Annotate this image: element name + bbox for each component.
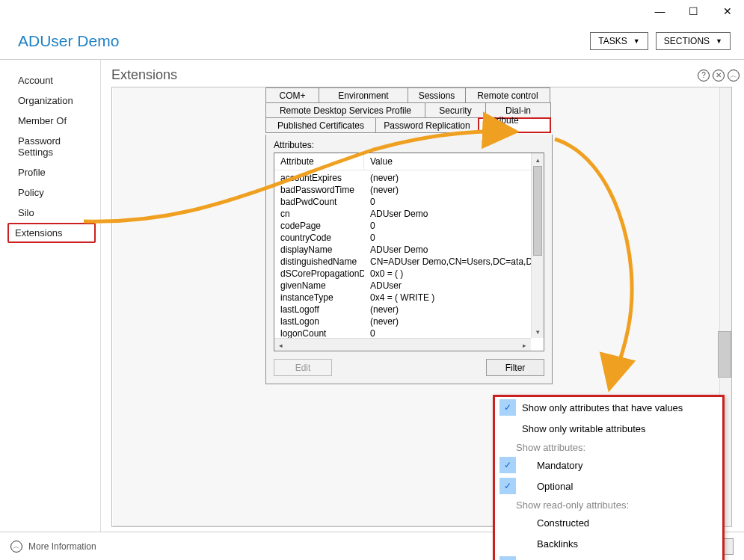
attributes-label: Attributes: <box>274 140 544 150</box>
attribute-name: badPasswordTime <box>274 184 364 196</box>
check-icon: ✓ <box>501 458 514 472</box>
help-icon[interactable]: ? <box>698 70 710 81</box>
attribute-value: 0 <box>364 232 531 244</box>
tab-sessions[interactable]: Sessions <box>408 87 466 103</box>
filter-menu[interactable]: ✓ Show only attributes that have values … <box>493 395 725 560</box>
page-title: ADUser Demo <box>18 32 119 50</box>
filter-section-title: Show read-only attributes: <box>495 496 722 512</box>
col-header-attribute[interactable]: Attribute <box>274 153 364 170</box>
tab-attribute-editor[interactable]: Attribute Editor <box>478 117 551 133</box>
tasks-button-label: TASKS <box>598 36 627 46</box>
col-header-value[interactable]: Value <box>364 153 544 170</box>
attribute-name: distinguishedName <box>274 256 364 268</box>
attribute-row[interactable]: givenNameADUser <box>274 280 531 292</box>
attribute-name: displayName <box>274 244 364 256</box>
sidebar-item-organization[interactable]: Organization <box>0 90 100 111</box>
scroll-right-icon[interactable]: ▸ <box>518 339 531 351</box>
sidebar-item-profile[interactable]: Profile <box>0 162 100 182</box>
attribute-name: dSCorePropagationD... <box>274 268 364 280</box>
attribute-value: ADUser Demo <box>364 244 531 256</box>
check-icon: ✓ <box>501 479 514 493</box>
scrollbar-thumb[interactable] <box>533 166 542 256</box>
filter-menu-item[interactable]: Show only writable attributes <box>522 423 645 434</box>
window-close-button[interactable]: ✕ <box>710 0 744 22</box>
attribute-row[interactable]: codePage0 <box>274 220 531 232</box>
tab-remote-control[interactable]: Remote control <box>465 87 550 103</box>
filter-menu-item[interactable]: Mandatory <box>522 460 582 471</box>
attribute-row[interactable]: badPwdCount0 <box>274 196 531 208</box>
check-icon <box>501 537 514 550</box>
tab-rds-profile[interactable]: Remote Desktop Services Profile <box>265 102 425 118</box>
sidebar-item-password-settings[interactable]: Password Settings <box>0 131 100 162</box>
sidebar-item-policy[interactable]: Policy <box>0 182 100 203</box>
sidebar-item-account[interactable]: Account <box>0 70 100 90</box>
attribute-row[interactable]: displayNameADUser Demo <box>274 244 531 256</box>
attribute-value: (never) <box>364 316 531 327</box>
attribute-row[interactable]: countryCode0 <box>274 232 531 244</box>
attribute-name: givenName <box>274 280 364 292</box>
sections-button[interactable]: SECTIONS ▼ <box>656 32 731 50</box>
attribute-name: logonCount <box>274 327 364 338</box>
attribute-row[interactable]: accountExpires(never) <box>274 172 531 184</box>
attribute-value: 0 <box>364 196 531 208</box>
attribute-row[interactable]: distinguishedNameCN=ADUser Demo,CN=Users… <box>274 256 531 268</box>
attribute-value: (never) <box>364 184 531 196</box>
attribute-name: codePage <box>274 220 364 232</box>
attribute-row[interactable]: dSCorePropagationD...0x0 = ( ) <box>274 268 531 280</box>
tab-password-replication[interactable]: Password Replication <box>375 117 479 133</box>
attribute-row[interactable]: badPasswordTime(never) <box>274 184 531 196</box>
attribute-name: cn <box>274 208 364 220</box>
list-vertical-scrollbar[interactable]: ▴ ▾ <box>531 153 544 338</box>
section-heading: Extensions <box>111 67 177 83</box>
list-horizontal-scrollbar[interactable]: ◂ ▸ <box>274 338 531 351</box>
attribute-value: 0x4 = ( WRITE ) <box>364 292 531 304</box>
attribute-value: 0x0 = ( ) <box>364 268 531 280</box>
attribute-value: (never) <box>364 172 531 184</box>
sidebar: Account Organization Member Of Password … <box>0 60 101 532</box>
window-maximize-button[interactable]: ☐ <box>677 0 710 22</box>
sections-button-label: SECTIONS <box>664 36 710 46</box>
window-minimize-button[interactable]: — <box>643 0 677 22</box>
attribute-row[interactable]: lastLogoff(never) <box>274 304 531 316</box>
attribute-value: (never) <box>364 304 531 316</box>
attribute-value: 0 <box>364 327 531 338</box>
scroll-left-icon[interactable]: ◂ <box>274 339 287 351</box>
attribute-name: lastLogon <box>274 316 364 327</box>
check-icon <box>501 516 514 529</box>
expand-icon[interactable]: ︿ <box>10 541 22 553</box>
scroll-down-icon[interactable]: ▾ <box>532 325 544 338</box>
tab-published-certs[interactable]: Published Certificates <box>265 117 376 133</box>
tab-complus[interactable]: COM+ <box>265 87 319 103</box>
attribute-row[interactable]: lastLogon(never) <box>274 316 531 327</box>
attributes-list[interactable]: Attribute Value accountExpires(never)bad… <box>274 153 544 351</box>
attribute-row[interactable]: logonCount0 <box>274 327 531 338</box>
filter-menu-item[interactable]: Show only attributes that have values <box>522 402 683 413</box>
tab-environment[interactable]: Environment <box>319 87 408 103</box>
attribute-name: instanceType <box>274 292 364 304</box>
close-section-icon[interactable]: ✕ <box>713 70 725 81</box>
edit-button: Edit <box>274 359 332 376</box>
dropdown-icon: ▼ <box>633 37 640 45</box>
filter-menu-item[interactable]: Optional <box>522 481 573 492</box>
sidebar-item-member-of[interactable]: Member Of <box>0 111 100 131</box>
filter-button[interactable]: Filter <box>486 359 544 376</box>
attribute-value: 0 <box>364 220 531 232</box>
tab-security[interactable]: Security <box>425 102 486 118</box>
scroll-up-icon[interactable]: ▴ <box>532 153 544 166</box>
attribute-row[interactable]: cnADUser Demo <box>274 208 531 220</box>
check-icon: ✓ <box>501 401 514 414</box>
tasks-button[interactable]: TASKS ▼ <box>590 32 648 50</box>
attribute-value: ADUser <box>364 280 531 292</box>
attribute-name: badPwdCount <box>274 196 364 208</box>
filter-menu-item[interactable]: Backlinks <box>522 538 578 550</box>
more-information-link[interactable]: More Information <box>28 541 96 552</box>
attribute-editor-panel: Attributes: Attribute Value accountExpir… <box>265 135 553 384</box>
dropdown-icon: ▼ <box>716 37 722 45</box>
sidebar-item-silo[interactable]: Silo <box>0 203 100 223</box>
collapse-icon[interactable]: ︿ <box>728 70 740 81</box>
attribute-value: ADUser Demo <box>364 208 531 220</box>
sidebar-item-extensions[interactable]: Extensions <box>7 223 96 243</box>
filter-menu-item[interactable]: Constructed <box>522 517 589 529</box>
attribute-name: accountExpires <box>274 172 364 184</box>
attribute-row[interactable]: instanceType0x4 = ( WRITE ) <box>274 292 531 304</box>
